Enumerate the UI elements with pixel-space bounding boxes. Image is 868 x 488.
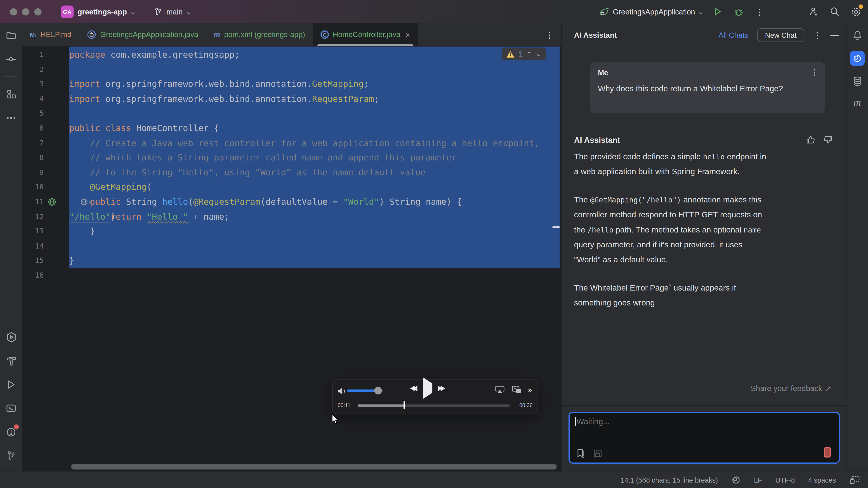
line-number[interactable]: 13: [22, 224, 69, 239]
search-everywhere-icon[interactable]: [828, 5, 842, 18]
code-with-me-icon[interactable]: [807, 5, 820, 18]
minimize-window-button[interactable]: [22, 8, 29, 15]
horizontal-scrollbar[interactable]: [71, 464, 557, 470]
indent-widget[interactable]: 4 spaces: [808, 476, 836, 484]
save-chat-icon[interactable]: [593, 449, 602, 458]
code-line[interactable]: // Create a Java web rest controller for…: [69, 136, 561, 151]
line-number[interactable]: 9: [22, 165, 69, 180]
tab-help-md[interactable]: M↓ HELP.md: [22, 23, 79, 46]
ai-assistant-tool-icon[interactable]: [850, 51, 865, 66]
line-number[interactable]: 10: [22, 180, 69, 195]
code-line[interactable]: import org.springframework.web.bind.anno…: [69, 77, 561, 92]
commit-tool-icon[interactable]: [4, 53, 18, 66]
caret-position-widget[interactable]: 14:1 (568 chars, 15 line breaks): [621, 476, 718, 484]
code-line[interactable]: // which takes a String parameter called…: [69, 151, 561, 165]
code-line[interactable]: [69, 239, 561, 254]
code-line[interactable]: // to the String "Hello", using “World” …: [69, 165, 561, 180]
run-tool-icon[interactable]: [4, 378, 18, 391]
structure-tool-icon[interactable]: [4, 88, 18, 101]
editor-gutter[interactable]: 1234567891011 1213141516: [22, 48, 69, 283]
code-line[interactable]: @GetMapping( "/hello"): [69, 180, 561, 195]
line-number[interactable]: 12: [22, 209, 69, 224]
line-number[interactable]: 16: [22, 268, 69, 283]
tab-pom-xml[interactable]: m pom.xml (greetings-app): [206, 23, 313, 46]
seek-position-marker[interactable]: [403, 401, 405, 410]
code-line[interactable]: public class HomeController {: [69, 121, 561, 136]
code-line[interactable]: [69, 268, 561, 283]
inspections-widget[interactable]: 1 ⌄ ⌄: [502, 48, 546, 60]
line-number[interactable]: 6: [22, 121, 69, 136]
code-line[interactable]: return "Hello " + name;: [69, 209, 561, 224]
git-tool-icon[interactable]: [4, 449, 18, 463]
code-line[interactable]: public String hello(@RequestParam(defaul…: [69, 195, 561, 209]
prompt-library-icon[interactable]: [576, 448, 585, 458]
code-line[interactable]: [69, 106, 561, 121]
line-number[interactable]: 7: [22, 136, 69, 151]
next-problem-icon[interactable]: ⌄: [535, 51, 542, 57]
chat-input-box[interactable]: Waiting...: [568, 412, 840, 464]
run-configuration-selector[interactable]: GreetingsAppApplication ⌄: [599, 6, 703, 17]
prev-problem-icon[interactable]: ⌄: [526, 51, 533, 57]
notifications-bell-icon[interactable]: [850, 29, 864, 42]
tab-list-menu[interactable]: ⋮: [545, 23, 561, 46]
volume-slider[interactable]: [347, 390, 383, 392]
run-button[interactable]: [711, 5, 724, 18]
branch-name[interactable]: main: [166, 7, 183, 16]
line-number[interactable]: 3: [22, 77, 69, 92]
tab-greetings-app-application[interactable]: GreetingsAppApplication.java: [79, 23, 206, 46]
picture-in-picture-icon[interactable]: [511, 385, 521, 394]
code-editor[interactable]: 1234567891011 1213141516 package com.exa…: [22, 46, 561, 471]
line-number[interactable]: 2: [22, 62, 69, 77]
services-tool-icon[interactable]: [4, 330, 18, 344]
thumbs-up-icon[interactable]: [806, 135, 815, 144]
problems-tool-icon[interactable]: [4, 425, 18, 439]
rest-endpoint-gutter-icon[interactable]: [48, 197, 57, 206]
volume-icon[interactable]: [337, 387, 346, 396]
more-actions-menu[interactable]: ⋮: [753, 5, 766, 18]
close-window-button[interactable]: [10, 8, 17, 15]
message-menu-icon[interactable]: ⋮: [810, 68, 818, 76]
line-number[interactable]: 1: [22, 48, 69, 62]
volume-knob[interactable]: [374, 387, 382, 394]
screen-lock-icon[interactable]: [849, 475, 860, 485]
code-content[interactable]: package com.example.greetingsapp; import…: [69, 48, 561, 283]
code-line[interactable]: }: [69, 224, 561, 239]
zoom-window-button[interactable]: [34, 8, 41, 15]
line-number[interactable]: 4: [22, 92, 69, 106]
new-chat-button[interactable]: New Chat: [757, 28, 804, 42]
seek-bar[interactable]: [358, 404, 510, 406]
thumbs-down-icon[interactable]: [823, 135, 833, 144]
stop-generation-button[interactable]: [824, 447, 831, 458]
ai-status-icon[interactable]: [731, 475, 741, 485]
rewind-button[interactable]: [410, 386, 417, 391]
media-player-overlay[interactable]: » 00:11 00:36: [332, 379, 538, 415]
share-feedback-link[interactable]: Share your feedback ↗: [751, 384, 831, 393]
maven-tool-icon[interactable]: m: [853, 97, 861, 107]
more-tool-windows-icon[interactable]: [4, 111, 18, 125]
terminal-tool-icon[interactable]: [4, 402, 18, 415]
line-number[interactable]: 5: [22, 106, 69, 121]
airplay-icon[interactable]: [495, 385, 505, 394]
ai-panel-menu[interactable]: ⋮: [813, 31, 822, 39]
debug-button[interactable]: [732, 5, 745, 18]
more-controls-icon[interactable]: »: [528, 385, 532, 394]
code-line[interactable]: }: [69, 254, 561, 268]
code-line[interactable]: package com.example.greetingsapp;: [69, 48, 561, 62]
play-button[interactable]: [423, 383, 432, 393]
project-tool-icon[interactable]: [4, 29, 18, 42]
project-name[interactable]: greetings-app: [78, 7, 127, 16]
code-line[interactable]: [69, 62, 561, 77]
line-number[interactable]: 8: [22, 151, 69, 165]
hide-panel-icon[interactable]: —: [830, 30, 839, 40]
encoding-widget[interactable]: UTF-8: [775, 476, 795, 484]
line-separator-widget[interactable]: LF: [754, 476, 762, 484]
project-avatar[interactable]: GA: [61, 5, 73, 18]
line-number[interactable]: 15: [22, 254, 69, 268]
all-chats-link[interactable]: All Chats: [719, 31, 748, 39]
line-number[interactable]: 11: [22, 195, 69, 209]
settings-gear-icon[interactable]: [849, 5, 863, 18]
build-tool-icon[interactable]: [4, 354, 18, 367]
line-number[interactable]: 14: [22, 239, 69, 254]
close-tab-icon[interactable]: ×: [405, 30, 410, 39]
database-tool-icon[interactable]: [850, 75, 864, 88]
